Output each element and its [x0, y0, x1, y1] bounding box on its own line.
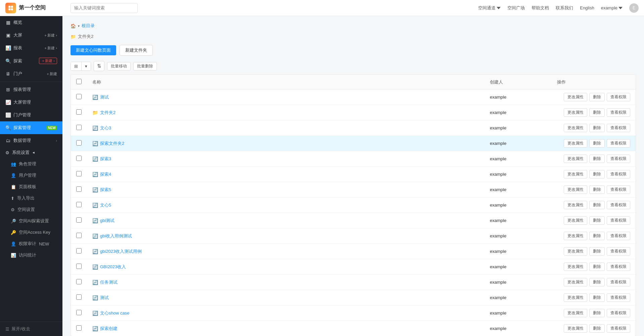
perm-btn-9[interactable]: 查看权限	[607, 216, 630, 225]
row-checkbox-14[interactable]	[76, 294, 82, 300]
edit-btn-10[interactable]: 更改属性	[564, 232, 587, 240]
delete-btn-3[interactable]: 删除	[589, 124, 605, 132]
explore-new-btn[interactable]: ＋新建 ›	[39, 58, 57, 64]
item-name-link-7[interactable]: 🔄 探索5	[92, 187, 479, 193]
edit-btn-13[interactable]: 更改属性	[564, 278, 587, 286]
row-checkbox-2[interactable]	[76, 109, 82, 115]
delete-btn-11[interactable]: 删除	[589, 247, 605, 256]
portal-new-btn[interactable]: ＋新建	[46, 71, 57, 76]
sidebar-item-space-settings[interactable]: ⚙ 空间设置	[0, 204, 62, 215]
sidebar-item-bigscreen-mgmt[interactable]: 📈 大屏管理	[0, 96, 62, 109]
batch-move-btn[interactable]: 批量移动	[107, 62, 131, 70]
delete-btn-12[interactable]: 删除	[589, 263, 605, 271]
item-name-link-10[interactable]: 🔄 gbi收入用例测试	[92, 233, 479, 239]
row-checkbox-9[interactable]	[76, 217, 82, 223]
row-checkbox-10[interactable]	[76, 233, 82, 238]
edit-btn-15[interactable]: 更改属性	[564, 309, 587, 317]
nav-english[interactable]: English	[580, 5, 594, 10]
item-name-link-16[interactable]: 🔄 探索创建	[92, 326, 479, 332]
edit-btn-9[interactable]: 更改属性	[564, 216, 587, 225]
sidebar-item-sys-settings[interactable]: ⚙ 系统设置 ▼	[0, 147, 62, 158]
item-name-link-4[interactable]: 🔄 探索文件夹2	[92, 141, 479, 147]
edit-btn-6[interactable]: 更改属性	[564, 170, 587, 178]
item-name-link-9[interactable]: 🔄 gbi测试	[92, 218, 479, 224]
delete-btn-7[interactable]: 删除	[589, 185, 605, 194]
item-name-link-11[interactable]: 🔄 gbi2023收入测试用例	[92, 248, 479, 255]
perm-btn-13[interactable]: 查看权限	[607, 278, 630, 286]
item-name-link-6[interactable]: 🔄 探索4	[92, 171, 479, 177]
row-checkbox-1[interactable]	[76, 94, 82, 99]
bigscreen-new-btn[interactable]: ＋新建 ›	[44, 33, 57, 38]
perm-btn-15[interactable]: 查看权限	[607, 309, 630, 317]
delete-btn-13[interactable]: 删除	[589, 278, 605, 286]
sidebar-item-access-key[interactable]: 🔑 空间Access Key	[0, 227, 62, 238]
sidebar-item-data-mgmt[interactable]: 🗂 数据管理 ›	[0, 134, 62, 147]
delete-btn-8[interactable]: 删除	[589, 201, 605, 209]
nav-space-square[interactable]: 空间广场	[507, 5, 525, 11]
sidebar-item-user-mgmt[interactable]: 👤 用户管理	[0, 170, 62, 181]
sidebar-item-bigscreen[interactable]: ▣ 大屏 ＋新建 ›	[0, 29, 62, 42]
item-name-link-13[interactable]: 🔄 任务测试	[92, 279, 479, 285]
perm-btn-1[interactable]: 查看权限	[607, 93, 630, 101]
sidebar-item-report[interactable]: 📊 报表 ＋新建 ›	[0, 42, 62, 54]
perm-btn-10[interactable]: 查看权限	[607, 232, 630, 240]
perm-btn-5[interactable]: 查看权限	[607, 155, 630, 163]
delete-btn-16[interactable]: 删除	[589, 324, 605, 333]
delete-btn-4[interactable]: 删除	[589, 139, 605, 148]
item-name-link-15[interactable]: 🔄 文心show case	[92, 310, 479, 316]
new-folder-button[interactable]: 新建文件夹	[120, 45, 153, 56]
perm-btn-4[interactable]: 查看权限	[607, 139, 630, 148]
report-new-btn[interactable]: ＋新建 ›	[44, 46, 57, 51]
nav-contact[interactable]: 联系我们	[556, 5, 573, 11]
batch-delete-btn[interactable]: 批量删除	[133, 62, 157, 70]
delete-btn-5[interactable]: 删除	[589, 155, 605, 163]
row-checkbox-8[interactable]	[76, 202, 82, 207]
sidebar-toggle-btn[interactable]: ☰ 展开/收去	[0, 322, 62, 336]
item-name-link-1[interactable]: 🔄 测试	[92, 94, 479, 100]
delete-btn-10[interactable]: 删除	[589, 232, 605, 240]
row-checkbox-11[interactable]	[76, 248, 82, 254]
row-checkbox-5[interactable]	[76, 156, 82, 161]
row-checkbox-3[interactable]	[76, 125, 82, 130]
edit-btn-4[interactable]: 更改属性	[564, 139, 587, 148]
perm-btn-3[interactable]: 查看权限	[607, 124, 630, 132]
row-checkbox-13[interactable]	[76, 279, 82, 284]
sort-btn[interactable]: ⇅	[94, 61, 104, 71]
sidebar-item-report-mgmt[interactable]: ⊞ 报表管理	[0, 83, 62, 96]
edit-btn-2[interactable]: 更改属性	[564, 108, 587, 117]
sidebar-item-perm-audit[interactable]: 👤 权限审计 NEW	[0, 238, 62, 249]
item-name-link-14[interactable]: 🔄 测试	[92, 295, 479, 301]
sidebar-item-ai-explore[interactable]: 🔎 空间AI探索设置	[0, 215, 62, 227]
delete-btn-6[interactable]: 删除	[589, 170, 605, 178]
sidebar-item-overview[interactable]: ▦ 概览	[0, 16, 62, 29]
item-name-link-3[interactable]: 🔄 文心3	[92, 125, 479, 131]
edit-btn-14[interactable]: 更改属性	[564, 293, 587, 302]
row-checkbox-12[interactable]	[76, 264, 82, 269]
edit-btn-12[interactable]: 更改属性	[564, 263, 587, 271]
nav-space-channel[interactable]: 空间通道	[478, 5, 501, 11]
row-checkbox-15[interactable]	[76, 310, 82, 315]
perm-btn-2[interactable]: 查看权限	[607, 108, 630, 117]
perm-btn-14[interactable]: 查看权限	[607, 293, 630, 302]
row-checkbox-4[interactable]	[76, 140, 82, 146]
delete-btn-15[interactable]: 删除	[589, 309, 605, 317]
delete-btn-14[interactable]: 删除	[589, 293, 605, 302]
delete-btn-2[interactable]: 删除	[589, 108, 605, 117]
sidebar-item-explore-mgmt[interactable]: 🔍 探索管理 NEW	[0, 121, 62, 134]
edit-btn-8[interactable]: 更改属性	[564, 201, 587, 209]
row-checkbox-7[interactable]	[76, 186, 82, 192]
nav-help-docs[interactable]: 帮助文档	[532, 5, 549, 11]
edit-btn-11[interactable]: 更改属性	[564, 247, 587, 256]
nav-user-menu[interactable]: example	[601, 5, 623, 10]
edit-btn-16[interactable]: 更改属性	[564, 324, 587, 333]
perm-btn-8[interactable]: 查看权限	[607, 201, 630, 209]
select-all-checkbox[interactable]	[76, 79, 82, 84]
item-name-link-2[interactable]: 📁 文件夹2	[92, 110, 479, 116]
perm-btn-16[interactable]: 查看权限	[607, 324, 630, 333]
perm-btn-6[interactable]: 查看权限	[607, 170, 630, 178]
sidebar-item-page-template[interactable]: 📋 页面模板	[0, 181, 62, 192]
perm-btn-12[interactable]: 查看权限	[607, 263, 630, 271]
grid-dropdown-btn[interactable]: ▾	[81, 62, 91, 70]
edit-btn-1[interactable]: 更改属性	[564, 93, 587, 101]
item-name-link-8[interactable]: 🔄 文心5	[92, 202, 479, 208]
